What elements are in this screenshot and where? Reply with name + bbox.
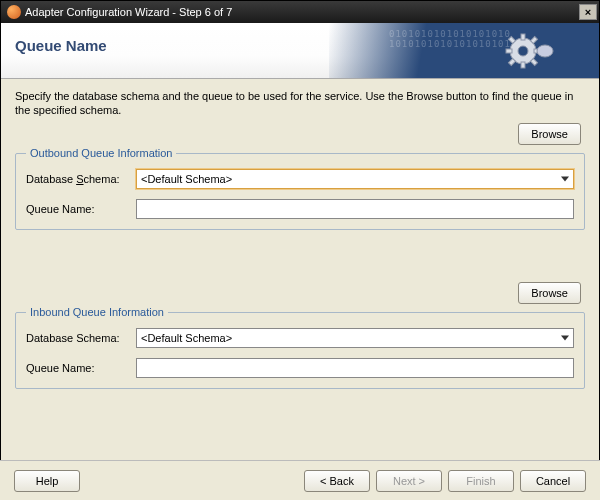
outbound-group: Outbound Queue Information Database Sche… [15, 147, 585, 230]
inbound-schema-label: Database Schema: [26, 332, 136, 344]
outbound-schema-value: <Default Schema> [141, 173, 232, 185]
svg-rect-7 [530, 58, 537, 65]
cancel-button[interactable]: Cancel [520, 470, 586, 492]
outbound-schema-select[interactable]: <Default Schema> [136, 169, 574, 189]
inbound-schema-value: <Default Schema> [141, 332, 232, 344]
wizard-footer: Help < Back Next > Finish Cancel [0, 460, 600, 500]
svg-rect-3 [521, 62, 525, 68]
inbound-schema-select[interactable]: <Default Schema> [136, 328, 574, 348]
titlebar: Adapter Configuration Wizard - Step 6 of… [1, 1, 599, 23]
next-button[interactable]: Next > [376, 470, 442, 492]
outbound-schema-label: Database Schema: [26, 173, 136, 185]
close-button[interactable]: × [579, 4, 597, 20]
finish-button[interactable]: Finish [448, 470, 514, 492]
content-area: Specify the database schema and the queu… [1, 79, 599, 389]
window-title: Adapter Configuration Wizard - Step 6 of… [25, 6, 579, 18]
inbound-group: Inbound Queue Information Database Schem… [15, 306, 585, 389]
svg-rect-4 [506, 49, 512, 53]
svg-point-10 [537, 45, 553, 57]
svg-rect-8 [508, 58, 515, 65]
outbound-browse-button[interactable]: Browse [518, 123, 581, 145]
inbound-queue-input[interactable] [136, 358, 574, 378]
svg-rect-6 [508, 36, 515, 43]
chevron-down-icon [561, 177, 569, 182]
back-button[interactable]: < Back [304, 470, 370, 492]
outbound-queue-label: Queue Name: [26, 203, 136, 215]
header-graphic: 0101010101010101010 1010101010101010101 [329, 23, 599, 79]
chevron-down-icon [561, 336, 569, 341]
outbound-legend: Outbound Queue Information [26, 147, 176, 159]
outbound-queue-input[interactable] [136, 199, 574, 219]
app-icon [7, 5, 21, 19]
header-binary-bg: 0101010101010101010 1010101010101010101 [389, 29, 599, 49]
instructions-text: Specify the database schema and the queu… [15, 89, 585, 117]
gear-icon [505, 31, 555, 73]
svg-rect-9 [530, 36, 537, 43]
inbound-legend: Inbound Queue Information [26, 306, 168, 318]
close-icon: × [585, 6, 591, 18]
help-button[interactable]: Help [14, 470, 80, 492]
svg-point-1 [518, 46, 528, 56]
wizard-header: Queue Name 0101010101010101010 101010101… [1, 23, 599, 79]
inbound-browse-button[interactable]: Browse [518, 282, 581, 304]
svg-rect-2 [521, 34, 525, 40]
inbound-queue-label: Queue Name: [26, 362, 136, 374]
